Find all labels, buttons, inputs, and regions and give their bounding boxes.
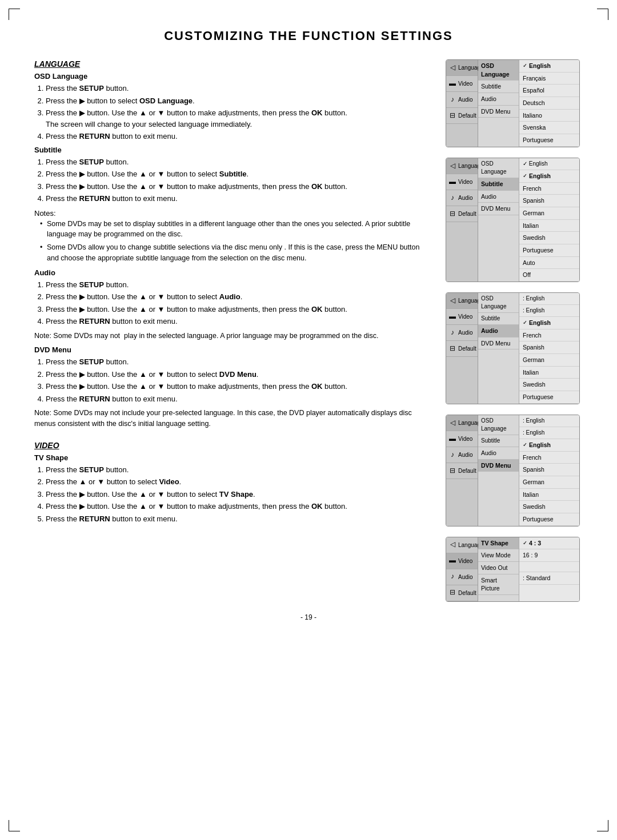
sidebar-audio-label-5: Audio [458, 573, 473, 581]
sidebar-default-2: ⊟ Default [446, 206, 478, 222]
sidebar-video: ▬ Video [446, 76, 478, 92]
dvd-menu-subsection: DVD Menu Press the SETUP button. Press t… [34, 345, 428, 429]
sidebar-default-4: ⊟ Default [446, 463, 478, 479]
menu-col1-3: OSD Language Subtitle Audio DVD Menu [478, 293, 519, 404]
col1-osd: OSD Language [478, 60, 519, 81]
sidebar-audio-label-2: Audio [458, 194, 473, 202]
col1-dvd-3: DVD Menu [478, 337, 519, 350]
sidebar-default-label-4: Default [458, 467, 476, 475]
sub-german: German [519, 207, 579, 220]
menu-col2-3: : English : English ✓ English French Spa… [519, 293, 579, 404]
dvdmenu-sub-val: : English [519, 427, 579, 439]
col1-tvshape: TV Shape [478, 537, 519, 550]
note-item: Some DVDs may be set to display subtitle… [40, 219, 428, 240]
subtitle-title: Subtitle [34, 146, 428, 154]
lang-english: ✓ English [519, 60, 579, 73]
sidebar-video-5: ▬ Video [446, 553, 478, 569]
lang-espanol: Español [519, 85, 579, 97]
sidebar-audio-5: ♪ Audio [446, 569, 478, 585]
dvd-menu-note: Note: Some DVDs may not include your pre… [34, 408, 428, 429]
audio-icon-4: ♪ [448, 451, 456, 460]
col1-dvd-2: DVD Menu [478, 203, 519, 215]
sidebar-audio-label-4: Audio [458, 451, 473, 459]
note-item: Some DVDs allow you to change subtitle s… [40, 242, 428, 264]
page-number: - 19 - [34, 613, 583, 621]
step-item: Press the ▶ button. Use the ▲ or ▼ butto… [46, 181, 428, 192]
sidebar-default-label-2: Default [458, 210, 476, 218]
audio-icon-2: ♪ [448, 194, 456, 203]
default-icon-3: ⊟ [448, 344, 456, 353]
sidebar-language: ◁ Language [446, 60, 478, 76]
audio-note: Note: Some DVDs may not play in the sele… [34, 331, 428, 341]
sub-english: ✓ English [519, 170, 579, 183]
step-item: Press the RETURN button to exit menu. [46, 513, 428, 525]
step-item: Press the RETURN button to exit menu. [46, 193, 428, 204]
dvdmenu-spanish: Spanish [519, 464, 579, 476]
audio-french: French [519, 329, 579, 342]
sub-osd-val: ✓ English [519, 158, 579, 170]
tv-shape-menu-box: ◁ Language ▬ Video ♪ Audio ⊟ [446, 537, 580, 602]
tv-169: 16 : 9 [519, 549, 579, 562]
osd-language-steps: Press the SETUP button. Press the ▶ butt… [46, 83, 428, 142]
step-item: Press the SETUP button. [46, 464, 428, 476]
audio-swedish: Swedish [519, 379, 579, 391]
video-icon-5: ▬ [448, 556, 456, 565]
menu-col1-5: TV Shape View Mode Video Out Smart Pictu… [478, 537, 519, 601]
left-column: LANGUAGE OSD Language Press the SETUP bu… [34, 59, 428, 602]
sidebar-default-5: ⊟ Default [446, 585, 478, 601]
step-item: Press the SETUP button. [46, 279, 428, 291]
audio-menu-box: ◁ Language ▬ Video ♪ Audio ⊟ [446, 292, 580, 404]
menu-content-1: OSD Language Subtitle Audio DVD Menu ✓ E… [478, 60, 579, 147]
video-icon-3: ▬ [448, 312, 456, 321]
dvdmenu-osd-val: : English [519, 415, 579, 427]
osd-language-menu-box: ◁ Language ▬ Video ♪ Audio ⊟ [446, 59, 580, 147]
menu-sidebar-4: ◁ Language ▬ Video ♪ Audio ⊟ [446, 415, 478, 526]
dvd-menu-steps: Press the SETUP button. Press the ▶ butt… [46, 356, 428, 404]
dvdmenu-english: ✓ English [519, 439, 579, 452]
notes-label: Notes: [34, 209, 428, 218]
step-item: Press the RETURN button to exit menu. [46, 393, 428, 405]
default-icon-2: ⊟ [448, 210, 456, 219]
menu-sidebar-1: ◁ Language ▬ Video ♪ Audio ⊟ [446, 60, 478, 147]
dvd-menu-title: DVD Menu [34, 345, 428, 354]
right-column: ◁ Language ▬ Video ♪ Audio ⊟ [446, 59, 583, 602]
audio-icon: ♪ [448, 95, 456, 105]
tv-shape-subsection: TV Shape Press the SETUP button. Press t… [34, 453, 428, 525]
menu-sidebar-5: ◁ Language ▬ Video ♪ Audio ⊟ [446, 537, 478, 601]
sidebar-video-4: ▬ Video [446, 431, 478, 447]
audio-subsection: Audio Press the SETUP button. Press the … [34, 268, 428, 341]
sidebar-default-label: Default [458, 112, 476, 119]
lang-portuguese: Portuguese [519, 134, 579, 147]
sidebar-audio-2: ♪ Audio [446, 190, 478, 206]
language-icon-4: ◁ [448, 419, 456, 428]
menu-sidebar-2: ◁ Language ▬ Video ♪ Audio ⊟ [446, 158, 478, 282]
audio-steps: Press the SETUP button. Press the ▶ butt… [46, 279, 428, 327]
col1-subtitle: Subtitle [478, 81, 519, 93]
step-item: Press the SETUP button. [46, 156, 428, 168]
video-section: VIDEO TV Shape Press the SETUP button. P… [34, 441, 428, 525]
menu-sidebar-3: ◁ Language ▬ Video ♪ Audio ⊟ [446, 293, 478, 404]
sidebar-audio-label: Audio [458, 96, 473, 103]
sub-swedish: Swedish [519, 232, 579, 244]
dvdmenu-german: German [519, 476, 579, 489]
tv-43: ✓ 4 : 3 [519, 537, 579, 550]
lang-svenska: Svenska [519, 122, 579, 134]
col1-audio-3: Audio [478, 325, 519, 337]
menu-col1-4: OSD Language Subtitle Audio DVD Menu [478, 415, 519, 526]
col1-dvd: DVD Menu [478, 106, 519, 118]
menu-col2-4: : English : English ✓ English French Spa… [519, 415, 579, 526]
language-icon-5: ◁ [448, 540, 456, 549]
audio-spanish: Spanish [519, 341, 579, 354]
language-section: LANGUAGE OSD Language Press the SETUP bu… [34, 59, 428, 429]
language-icon-2: ◁ [448, 162, 456, 171]
step-item: Press the ▶ button. Use the ▲ or ▼ butto… [46, 107, 428, 130]
step-item: Press the ▶ button. Use the ▲ or ▼ butto… [46, 381, 428, 392]
menu-content-5: TV Shape View Mode Video Out Smart Pictu… [478, 537, 579, 601]
sidebar-audio: ♪ Audio [446, 92, 478, 108]
step-item: Press the ▶ button. Use the ▲ or ▼ butto… [46, 168, 428, 180]
sidebar-audio-3: ♪ Audio [446, 325, 478, 341]
language-icon-3: ◁ [448, 296, 456, 306]
lang-deutsch: Deutsch [519, 97, 579, 110]
audio-english: ✓ English [519, 317, 579, 329]
default-icon: ⊟ [448, 111, 456, 120]
